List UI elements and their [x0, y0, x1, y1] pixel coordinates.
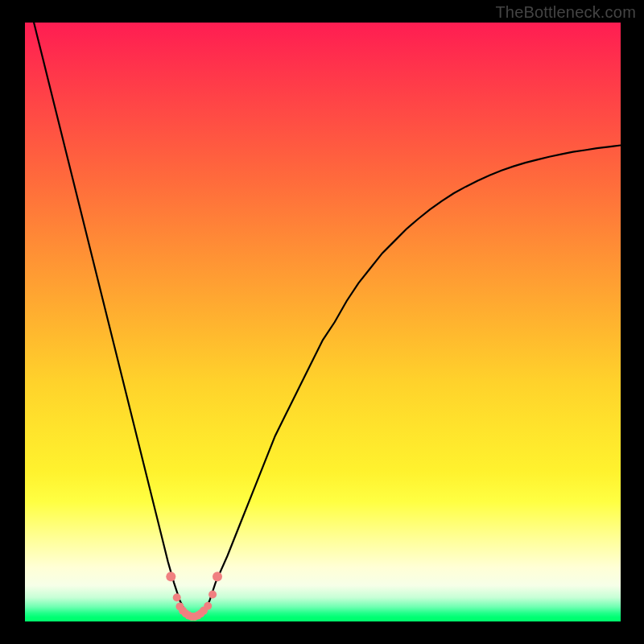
watermark-label: TheBottleneck.com: [495, 3, 636, 22]
curve-markers: [166, 572, 222, 621]
chart-frame: TheBottleneck.com: [0, 0, 644, 644]
curve-path: [25, 23, 621, 617]
marker-dot: [208, 591, 217, 599]
bottleneck-curve: [25, 23, 621, 621]
marker-dot: [204, 602, 212, 610]
plot-area: [25, 23, 621, 621]
marker-dot: [166, 572, 175, 581]
marker-dot: [173, 593, 181, 601]
marker-dot: [213, 572, 222, 581]
